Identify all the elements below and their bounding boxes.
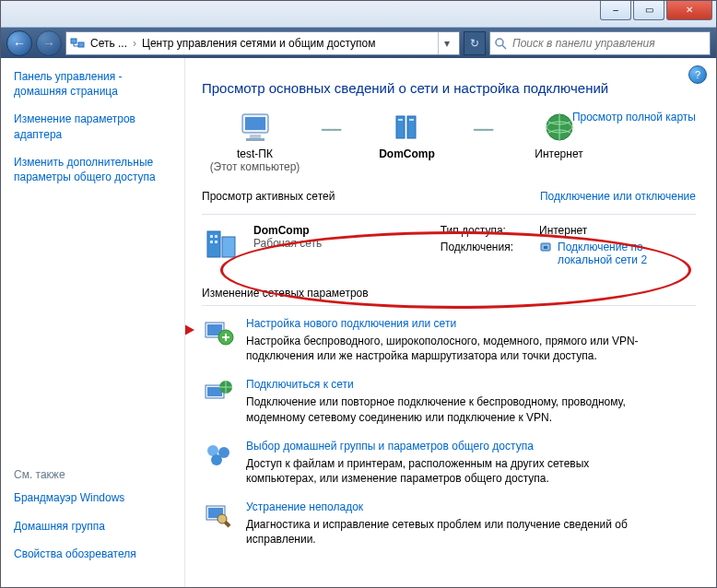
map-node-domain[interactable]: DomComp <box>354 111 460 160</box>
network-building-icon <box>202 224 242 261</box>
window-body: Панель управления - домашняя страница Из… <box>1 58 716 587</box>
svg-point-2 <box>496 39 503 46</box>
task-homegroup[interactable]: Выбор домашней группы и параметров общег… <box>202 440 696 486</box>
task-text: Выбор домашней группы и параметров общег… <box>246 440 642 486</box>
svg-rect-11 <box>409 119 414 121</box>
address-dropdown[interactable]: ▾ <box>438 32 455 54</box>
divider <box>202 214 696 215</box>
sidebar-link-home[interactable]: Панель управления - домашняя страница <box>14 69 171 99</box>
task-text: Устранение неполадок Диагностика и испра… <box>246 500 642 547</box>
see-also-firewall[interactable]: Брандмауэр Windows <box>14 490 171 505</box>
chevron-right-icon: › <box>133 37 136 50</box>
breadcrumb-item[interactable]: Центр управления сетями и общим доступом <box>142 37 376 50</box>
forward-button[interactable]: → <box>36 30 62 56</box>
task-title: Подключиться к сети <box>246 378 642 391</box>
connections-label: Подключения: <box>441 241 513 266</box>
network-type: Рабочая сеть <box>253 237 322 250</box>
annotation-arrow <box>185 314 194 346</box>
access-type-value: Интернет <box>539 224 696 237</box>
refresh-icon: ↻ <box>470 37 479 50</box>
see-also-internet-options[interactable]: Свойства обозревателя <box>14 547 171 561</box>
wizard-icon <box>202 317 235 348</box>
maximize-icon: ▭ <box>645 6 653 15</box>
network-map: Просмотр полной карты test-ПК (Этот комп… <box>202 111 696 173</box>
titlebar: – ▭ ✕ <box>1 1 716 28</box>
task-troubleshoot[interactable]: Устранение неполадок Диагностика и испра… <box>202 500 696 547</box>
svg-rect-15 <box>222 237 235 257</box>
search-icon <box>494 37 507 50</box>
see-also-homegroup[interactable]: Домашняя группа <box>14 519 171 534</box>
see-also-block: См. также Брандмауэр Windows Домашняя гр… <box>14 468 171 574</box>
back-button[interactable]: ← <box>6 30 32 56</box>
task-connect-network[interactable]: Подключиться к сети Подключение или повт… <box>202 378 696 424</box>
svg-rect-0 <box>71 39 76 43</box>
task-desc: Подключение или повторное подключение к … <box>246 394 642 424</box>
task-title: Устранение неполадок <box>246 500 642 513</box>
task-text: Подключиться к сети Подключение или повт… <box>246 378 642 424</box>
computer-icon <box>237 111 274 144</box>
window-frame: – ▭ ✕ ← → Сеть ... › Центр управления се… <box>0 0 717 588</box>
active-network-row: DomComp Рабочая сеть Тип доступа: Интерн… <box>202 224 696 266</box>
svg-point-35 <box>217 514 227 523</box>
map-pc-name: test-ПК <box>202 147 308 160</box>
close-icon: ✕ <box>686 6 693 15</box>
divider <box>202 305 696 306</box>
connection-name: Подключение по локальной сети 2 <box>558 241 696 266</box>
task-desc: Доступ к файлам и принтерам, расположенн… <box>246 456 642 486</box>
svg-rect-7 <box>246 138 264 141</box>
access-type-label: Тип доступа: <box>441 224 513 237</box>
search-input[interactable] <box>511 36 706 51</box>
sidebar-link-sharing[interactable]: Изменить дополнительные параметры общего… <box>14 155 171 184</box>
search-box[interactable] <box>489 31 711 55</box>
side-pane: Панель управления - домашняя страница Из… <box>1 58 185 587</box>
minimize-button[interactable]: – <box>600 1 631 20</box>
connect-disconnect-link[interactable]: Подключение или отключение <box>540 190 696 203</box>
svg-rect-6 <box>250 135 261 138</box>
arrow-left-icon: ← <box>13 36 26 51</box>
connect-icon <box>202 378 235 409</box>
task-desc: Диагностика и исправление сетевых пробле… <box>246 517 642 547</box>
breadcrumb-item[interactable]: Сеть ... <box>90 37 127 50</box>
active-networks-header: Просмотр активных сетей Подключение или … <box>202 173 696 208</box>
nav-toolbar: ← → Сеть ... › Центр управления сетями и… <box>1 28 716 59</box>
arrow-right-icon: → <box>42 36 55 51</box>
connection-info: Тип доступа: Интернет Подключения: Подкл… <box>441 224 696 266</box>
map-connector: ━━━ <box>460 111 506 136</box>
svg-line-3 <box>502 45 506 49</box>
address-bar[interactable]: Сеть ... › Центр управления сетями и общ… <box>65 31 460 55</box>
help-button[interactable]: ? <box>688 65 707 84</box>
network-name-block[interactable]: DomComp Рабочая сеть <box>253 224 322 266</box>
network-name: DomComp <box>253 224 322 237</box>
view-full-map-link[interactable]: Просмотр полной карты <box>572 111 696 123</box>
svg-rect-19 <box>215 241 217 243</box>
map-domain-name: DomComp <box>354 147 460 160</box>
svg-rect-14 <box>207 231 220 257</box>
connection-link[interactable]: Подключение по локальной сети 2 <box>539 241 696 266</box>
change-settings-heading: Изменение сетевых параметров <box>202 287 696 300</box>
maximize-button[interactable]: ▭ <box>633 1 664 20</box>
close-button[interactable]: ✕ <box>666 1 712 20</box>
map-internet-label: Интернет <box>506 147 612 160</box>
task-title: Настройка нового подключения или сети <box>246 317 642 330</box>
window-controls: – ▭ ✕ <box>598 1 712 20</box>
minimize-icon: – <box>613 6 618 15</box>
task-title: Выбор домашней группы и параметров общег… <box>246 440 642 453</box>
help-icon: ? <box>695 69 700 80</box>
active-networks-label: Просмотр активных сетей <box>202 190 335 203</box>
page-title: Просмотр основных сведений о сети и наст… <box>202 80 696 96</box>
refresh-button[interactable]: ↻ <box>464 31 486 55</box>
sidebar-link-adapter[interactable]: Изменение параметров адаптера <box>14 112 171 141</box>
ethernet-icon <box>539 241 552 253</box>
task-new-connection[interactable]: Настройка нового подключения или сети На… <box>202 317 696 363</box>
network-icon <box>70 36 85 51</box>
map-node-pc[interactable]: test-ПК (Этот компьютер) <box>202 111 308 173</box>
task-text: Настройка нового подключения или сети На… <box>246 317 642 363</box>
svg-rect-10 <box>398 119 403 121</box>
homegroup-icon <box>202 440 235 471</box>
svg-marker-23 <box>185 318 194 342</box>
server-icon <box>389 111 426 144</box>
svg-point-32 <box>211 454 222 465</box>
see-also-heading: См. также <box>14 468 171 481</box>
map-connector: ━━━ <box>308 111 354 136</box>
svg-rect-17 <box>215 235 217 238</box>
